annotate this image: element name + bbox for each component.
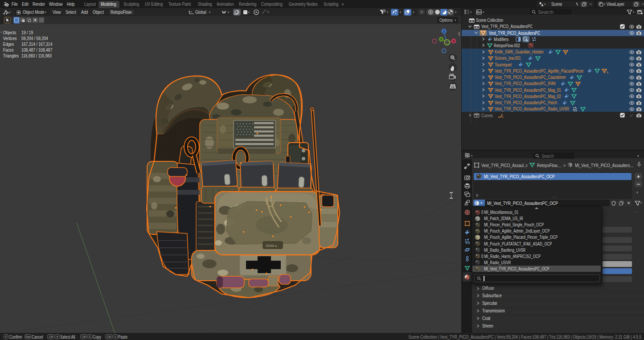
svg-text:Z: Z: [443, 29, 445, 33]
svg-text:3DMA ●: 3DMA ●: [266, 244, 277, 247]
svg-text:X: X: [452, 39, 455, 43]
svg-text:2: 2: [502, 116, 504, 119]
svg-text:Y: Y: [440, 37, 442, 41]
